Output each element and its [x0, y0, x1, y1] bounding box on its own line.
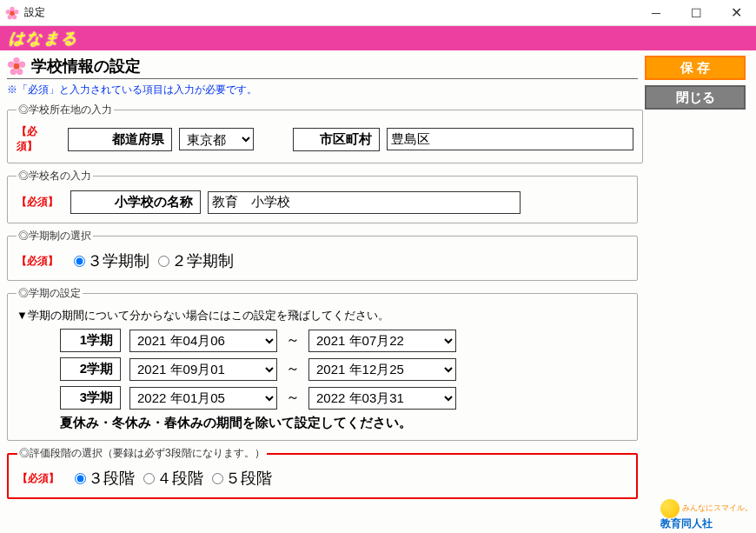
eval-radio-4[interactable]: ４段階 — [143, 468, 203, 489]
svg-point-8 — [19, 62, 25, 68]
svg-point-10 — [10, 69, 17, 75]
termsys-radio-3[interactable]: ３学期制 — [74, 250, 149, 271]
term-row-3: 3学期 2022 年01月05 ～ 2022 年03月31 — [60, 386, 628, 410]
page-title: 学校情報の設定 — [31, 56, 141, 77]
required-mark: 【必須】 — [17, 195, 58, 210]
required-mark: 【必須】 — [17, 471, 59, 486]
range-separator: ～ — [286, 389, 300, 407]
term-row-2: 2学期 2021 年09月01 ～ 2021 年12月25 — [60, 357, 628, 381]
required-mark: 【必須】 — [17, 254, 58, 269]
terms-legend: ◎学期の設定 — [17, 286, 83, 301]
svg-point-5 — [6, 10, 10, 14]
close-window-button[interactable]: ✕ — [716, 0, 756, 26]
schoolname-fieldset: ◎学校名の入力 【必須】 小学校の名称 — [7, 169, 638, 223]
publisher-tagline: みんなにスマイル。 — [682, 503, 753, 512]
term1-label: 1学期 — [60, 329, 121, 352]
terms-help: ▼学期の期間について分からない場合にはこの設定を飛ばしてください。 — [17, 308, 628, 323]
termsystem-fieldset: ◎学期制の選択 【必須】 ３学期制 ２学期制 — [7, 229, 638, 281]
range-separator: ～ — [286, 331, 300, 350]
range-separator: ～ — [286, 360, 300, 378]
prefecture-label: 都道府県 — [68, 128, 172, 151]
required-note: ※「必須」と入力されている項目は入力が必要です。 — [7, 83, 638, 97]
term2-end[interactable]: 2021 年12月25 — [308, 358, 456, 381]
app-icon — [5, 6, 19, 20]
svg-point-3 — [12, 15, 17, 19]
smile-icon — [660, 499, 680, 518]
publisher-logo: みんなにスマイル。 教育同人社 — [660, 499, 753, 530]
evaluation-legend: ◎評価段階の選択（要録は必ず3段階になります。） — [17, 446, 267, 461]
svg-point-1 — [10, 6, 14, 10]
svg-point-9 — [17, 69, 23, 75]
close-button[interactable]: 閉じる — [645, 85, 746, 110]
term-row-1: 1学期 2021 年04月06 ～ 2021 年07月22 — [60, 329, 628, 352]
schoolname-label: 小学校の名称 — [70, 190, 201, 214]
schoolname-input[interactable] — [208, 191, 521, 214]
term2-start[interactable]: 2021 年09月01 — [129, 358, 277, 381]
terms-footnote: 夏休み・冬休み・春休みの期間を除いて設定してください。 — [60, 415, 628, 431]
eval-radio-5[interactable]: ５段階 — [212, 468, 272, 489]
flower-icon — [7, 57, 26, 76]
evaluation-fieldset: ◎評価段階の選択（要録は必ず3段階になります。） 【必須】 ３段階 ４段階 ５段… — [7, 446, 638, 499]
required-mark: 【必須】 — [17, 124, 56, 154]
term3-label: 3学期 — [60, 386, 121, 410]
city-label: 市区町村 — [293, 128, 380, 151]
term1-end[interactable]: 2021 年07月22 — [308, 330, 456, 352]
location-fieldset: ◎学校所在地の入力 【必須】 都道府県 東京都 市区町村 — [7, 103, 643, 163]
window-titlebar: 設定 ─ ☐ ✕ — [0, 0, 756, 26]
prefecture-select[interactable]: 東京都 — [179, 128, 254, 150]
window-title: 設定 — [24, 5, 636, 20]
svg-point-2 — [14, 10, 18, 14]
brand-name: はなまる — [9, 28, 78, 49]
eval-radio-3[interactable]: ３段階 — [75, 468, 135, 489]
term3-end[interactable]: 2022 年03月31 — [308, 387, 456, 410]
svg-point-4 — [8, 15, 12, 19]
termsystem-legend: ◎学期制の選択 — [17, 229, 93, 243]
term3-start[interactable]: 2022 年01月05 — [129, 387, 277, 410]
page-header: 学校情報の設定 — [7, 56, 638, 79]
minimize-button[interactable]: ─ — [636, 0, 676, 26]
save-button[interactable]: 保 存 — [645, 56, 746, 80]
brand-bar: はなまる — [0, 26, 756, 50]
termsys-radio-2[interactable]: ２学期制 — [158, 250, 234, 271]
publisher-name: 教育同人社 — [660, 517, 713, 530]
schoolname-legend: ◎学校名の入力 — [17, 169, 93, 183]
city-input[interactable] — [387, 128, 633, 150]
term1-start[interactable]: 2021 年04月06 — [129, 330, 277, 352]
term2-label: 2学期 — [60, 357, 121, 381]
svg-point-7 — [13, 57, 19, 63]
location-legend: ◎学校所在地の入力 — [17, 103, 114, 117]
terms-fieldset: ◎学期の設定 ▼学期の期間について分からない場合にはこの設定を飛ばしてください。… — [7, 286, 638, 441]
svg-point-6 — [13, 63, 19, 69]
svg-point-11 — [8, 62, 14, 68]
maximize-button[interactable]: ☐ — [676, 0, 716, 26]
